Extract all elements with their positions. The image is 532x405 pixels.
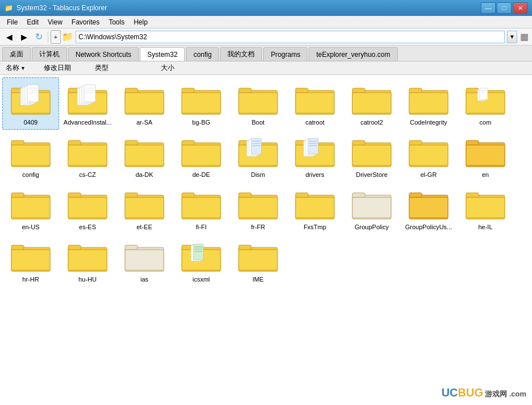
folder-item[interactable]: ar-SA <box>116 77 173 130</box>
folder-grid: 0409 AdvancedInstal... ar-SA <box>0 75 532 289</box>
folder-item[interactable]: com <box>457 77 514 130</box>
svg-rect-107 <box>409 197 448 218</box>
folder-item[interactable]: Dism <box>230 130 286 182</box>
folder-item[interactable]: IME <box>230 234 286 287</box>
svg-rect-97 <box>239 193 251 197</box>
menu-help[interactable]: Help <box>129 17 152 27</box>
folder-item[interactable]: icsxml <box>173 234 230 287</box>
folder-icon <box>465 134 506 170</box>
folder-icon <box>351 81 392 118</box>
window-title: System32 - Tablacus Explorer <box>16 4 107 12</box>
folder-item[interactable]: es-ES <box>59 182 116 234</box>
folder-item[interactable]: en <box>457 130 514 182</box>
folder-item[interactable]: FxsTmp <box>286 182 343 234</box>
tab-computer[interactable]: 计算机 <box>32 47 67 61</box>
folder-icon <box>10 186 51 222</box>
svg-rect-28 <box>239 93 277 113</box>
folder-item[interactable]: fi-FI <box>173 182 230 234</box>
col-name[interactable]: 名称 ▼ <box>2 62 29 74</box>
folder-name: de-DE <box>192 171 210 178</box>
menu-bar: File Edit View Favorites Tools Help <box>0 16 532 28</box>
new-tab-button[interactable]: + <box>51 30 61 44</box>
svg-rect-103 <box>352 193 365 197</box>
forward-button[interactable]: ▶ <box>17 30 31 44</box>
tab-network-shortcuts[interactable]: Network Shortcuts <box>68 47 139 61</box>
folder-name: config <box>22 171 39 178</box>
menu-tools[interactable]: Tools <box>104 17 129 27</box>
folder-name: hu-HU <box>78 276 97 283</box>
tab-config[interactable]: config <box>186 47 219 61</box>
folder-icon <box>294 134 335 170</box>
tab-my-documents[interactable]: 我的文档 <box>220 47 262 61</box>
folder-name: catroot <box>305 119 325 126</box>
folder-item[interactable]: catroot2 <box>343 77 400 130</box>
folder-item[interactable]: he-IL <box>457 182 514 234</box>
svg-rect-116 <box>68 250 107 270</box>
folder-name: ar-SA <box>136 119 152 126</box>
folder-item[interactable]: GroupPolicy <box>343 182 400 234</box>
folder-icon <box>238 134 279 170</box>
folder-item[interactable]: de-DE <box>173 130 230 182</box>
folder-icon <box>408 81 449 118</box>
back-button[interactable]: ◀ <box>2 30 16 44</box>
folder-item[interactable]: config <box>2 130 59 182</box>
tab-system32[interactable]: System32 <box>140 47 185 61</box>
address-input[interactable] <box>76 31 505 43</box>
col-type[interactable]: 类型 <box>92 62 112 74</box>
folder-name: el-GR <box>421 171 437 178</box>
svg-rect-129 <box>239 245 251 250</box>
folder-item[interactable]: et-EE <box>116 182 173 234</box>
folder-item[interactable]: da-DK <box>116 130 173 182</box>
folder-name: DriverStore <box>356 171 388 178</box>
folder-item[interactable]: DriverStore <box>343 130 400 182</box>
folder-item[interactable]: drivers <box>286 130 343 182</box>
folder-item[interactable]: Boot <box>230 77 286 130</box>
svg-rect-98 <box>239 197 277 218</box>
svg-rect-85 <box>11 193 24 197</box>
folder-item[interactable]: 0409 <box>2 77 59 130</box>
folder-name: Dism <box>251 171 265 178</box>
tab-desktop[interactable]: 桌面 <box>2 47 31 61</box>
address-bar: 📁 ▼ <box>62 31 517 43</box>
file-area: 0409 AdvancedInstal... ar-SA <box>0 75 532 405</box>
svg-rect-62 <box>251 138 261 154</box>
folder-name: da-DK <box>135 171 153 178</box>
tab-programs[interactable]: Programs <box>263 47 307 61</box>
folder-item[interactable]: CodeIntegrity <box>400 77 457 130</box>
folder-item[interactable]: bg-BG <box>173 77 230 130</box>
folder-item[interactable]: fr-FR <box>230 182 286 234</box>
folder-item[interactable]: hr-HR <box>2 234 59 287</box>
folder-item[interactable]: cs-CZ <box>59 130 116 182</box>
svg-rect-50 <box>68 145 107 166</box>
folder-item[interactable]: hu-HU <box>59 234 116 287</box>
minimize-button[interactable]: — <box>481 2 496 14</box>
refresh-button[interactable]: ↻ <box>32 30 45 44</box>
svg-rect-34 <box>352 93 391 113</box>
menu-favorites[interactable]: Favorites <box>67 17 104 27</box>
folder-icon <box>181 238 222 275</box>
col-name-dropdown[interactable]: ▼ <box>20 65 26 71</box>
folder-item[interactable]: en-US <box>2 182 59 234</box>
col-modified[interactable]: 修改日期 <box>40 62 74 74</box>
svg-rect-37 <box>409 93 448 113</box>
folder-item[interactable]: ias <box>116 234 173 287</box>
col-size[interactable]: 大小 <box>157 62 178 74</box>
tab-te-explorer[interactable]: teExplorer_veryhuo.com <box>309 47 397 61</box>
folder-name: CodeIntegrity <box>410 119 447 126</box>
menu-edit[interactable]: Edit <box>22 17 43 27</box>
svg-rect-31 <box>296 93 334 113</box>
folder-icon <box>10 134 51 170</box>
close-button[interactable]: ✕ <box>513 2 527 14</box>
folder-item[interactable]: AdvancedInstal... <box>59 77 116 130</box>
folder-item[interactable]: catroot <box>286 77 343 130</box>
svg-rect-36 <box>409 88 422 93</box>
menu-view[interactable]: View <box>43 17 67 27</box>
folder-icon <box>124 238 165 275</box>
address-dropdown[interactable]: ▼ <box>507 31 517 43</box>
filter-button[interactable]: ▦ <box>518 30 530 44</box>
menu-file[interactable]: File <box>2 17 22 27</box>
folder-name: bg-BG <box>192 119 210 126</box>
folder-item[interactable]: GroupPolicyUs... <box>400 182 457 234</box>
folder-item[interactable]: el-GR <box>400 130 457 182</box>
maximize-button[interactable]: □ <box>497 2 512 14</box>
